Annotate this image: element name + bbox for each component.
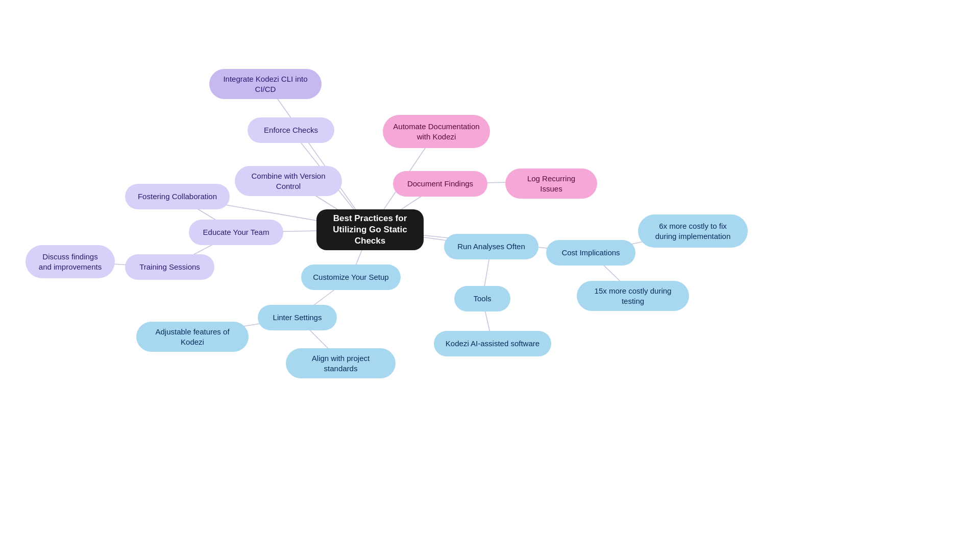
node-tools: Tools — [454, 286, 510, 311]
svg-line-0 — [265, 82, 370, 230]
node-cost: Cost Implications — [546, 240, 635, 266]
node-combine: Combine with Version Control — [235, 166, 342, 196]
node-log: Log Recurring Issues — [505, 169, 597, 199]
node-fostering: Fostering Collaboration — [125, 184, 230, 209]
node-kodezi_ai: Kodezi AI-assisted software — [434, 331, 551, 356]
node-costly15x: 15x more costly during testing — [577, 281, 689, 311]
node-customize: Customize Your Setup — [301, 265, 401, 290]
node-enforce: Enforce Checks — [248, 117, 334, 143]
node-adjustable: Adjustable features of Kodezi — [136, 322, 249, 352]
node-align: Align with project standards — [286, 348, 396, 378]
node-integrate: Integrate Kodezi CLI into CI/CD — [209, 69, 322, 99]
node-automate: Automate Documentation with Kodezi — [383, 115, 490, 148]
node-center: Best Practices for Utilizing Go Static C… — [316, 209, 424, 250]
node-costly6x: 6x more costly to fix during implementat… — [638, 214, 748, 248]
node-discuss: Discuss findings and improvements — [26, 245, 115, 278]
node-educate: Educate Your Team — [189, 220, 283, 245]
node-document: Document Findings — [393, 171, 487, 197]
node-linter: Linter Settings — [258, 305, 337, 330]
node-run: Run Analyses Often — [444, 234, 538, 259]
node-training: Training Sessions — [125, 254, 214, 280]
